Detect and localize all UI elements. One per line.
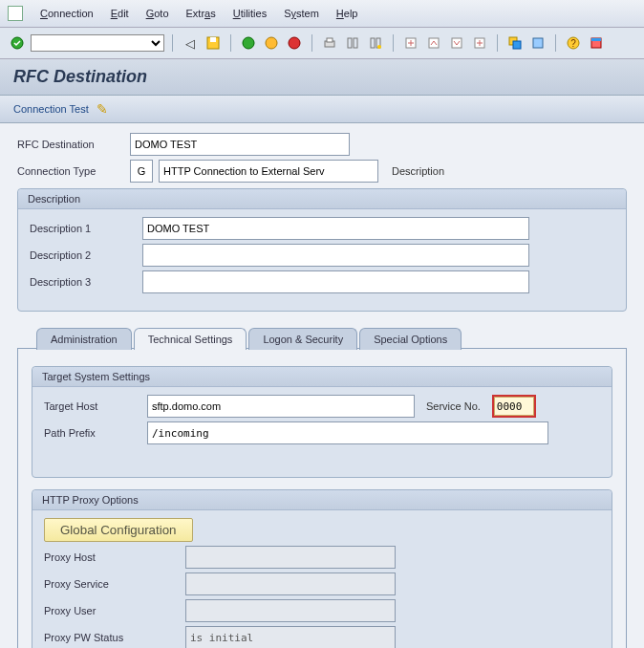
rfc-destination-label: RFC Destination: [17, 139, 130, 150]
description3-label: Description 3: [30, 276, 142, 288]
proxy-host-label: Proxy Host: [44, 551, 185, 563]
target-system-title: Target System Settings: [32, 367, 612, 387]
menu-edit[interactable]: Edit: [111, 8, 129, 19]
find-icon[interactable]: [343, 33, 362, 53]
description2-label: Description 2: [30, 249, 142, 261]
first-page-icon[interactable]: [401, 33, 420, 53]
page-title: RFC Destination: [13, 67, 631, 87]
svg-rect-19: [533, 38, 543, 48]
wizard-icon[interactable]: ✎: [97, 101, 108, 117]
proxy-host-input: [185, 546, 396, 569]
svg-rect-7: [327, 38, 333, 42]
description3-input[interactable]: [142, 270, 529, 293]
new-session-icon[interactable]: [505, 33, 525, 53]
service-no-label: Service No.: [426, 400, 481, 412]
proxy-service-label: Proxy Service: [44, 578, 185, 590]
svg-rect-14: [429, 38, 439, 48]
description2-input[interactable]: [142, 244, 529, 267]
find-next-icon[interactable]: [366, 33, 385, 53]
service-no-input[interactable]: [494, 397, 534, 416]
description1-input[interactable]: [142, 217, 529, 240]
prev-page-icon[interactable]: [424, 33, 443, 53]
app-icon[interactable]: [8, 6, 23, 21]
svg-point-3: [243, 37, 254, 49]
rfc-destination-input[interactable]: [130, 133, 350, 156]
back-icon[interactable]: ◁: [181, 33, 200, 53]
svg-rect-8: [348, 38, 352, 48]
nav-cancel-icon[interactable]: [285, 33, 304, 53]
layout-icon[interactable]: [587, 33, 606, 53]
content-area: RFC Destination Connection Type Descript…: [0, 123, 644, 648]
shortcut-icon[interactable]: [528, 33, 547, 53]
global-configuration-button[interactable]: Global Configuration: [44, 518, 193, 542]
print-icon[interactable]: [320, 33, 339, 53]
svg-rect-18: [513, 41, 521, 49]
svg-point-12: [377, 45, 381, 49]
sub-toolbar: Connection Test ✎: [0, 96, 644, 123]
svg-point-4: [266, 37, 277, 49]
tab-special-options[interactable]: Special Options: [359, 328, 462, 350]
tab-panel-technical: Target System Settings Target Host Servi…: [17, 348, 627, 648]
nav-back-icon[interactable]: [239, 33, 258, 53]
proxy-user-input: [185, 599, 396, 622]
proxy-pw-status-label: Proxy PW Status: [44, 632, 185, 643]
proxy-service-input: [185, 572, 396, 595]
last-page-icon[interactable]: [470, 33, 489, 53]
menu-goto[interactable]: Goto: [146, 8, 169, 19]
http-proxy-group: HTTP Proxy Options Global Configuration …: [32, 489, 612, 648]
tab-administration[interactable]: Administration: [36, 328, 132, 350]
svg-rect-15: [452, 38, 462, 48]
target-system-group: Target System Settings Target Host Servi…: [32, 366, 612, 478]
svg-rect-10: [371, 38, 375, 48]
description-label: Description: [392, 165, 444, 177]
enter-icon[interactable]: [8, 33, 27, 53]
description-group-title: Description: [18, 189, 626, 209]
svg-text:?: ?: [570, 38, 576, 49]
menu-connection[interactable]: Connection: [40, 8, 94, 19]
proxy-pw-status-input: [185, 626, 396, 648]
help-icon[interactable]: ?: [564, 33, 583, 53]
command-field[interactable]: [31, 34, 164, 52]
description1-label: Description 1: [30, 223, 142, 234]
svg-point-5: [289, 37, 300, 49]
title-bar: RFC Destination: [0, 59, 644, 96]
target-host-label: Target Host: [44, 400, 147, 412]
service-no-required-frame: [492, 395, 536, 418]
svg-rect-23: [591, 38, 601, 41]
proxy-user-label: Proxy User: [44, 605, 185, 616]
svg-rect-9: [354, 38, 357, 48]
connection-type-code-input[interactable]: [130, 160, 153, 183]
save-icon[interactable]: [204, 33, 223, 53]
tab-logon-security[interactable]: Logon & Security: [248, 328, 357, 350]
application-toolbar: ◁ ?: [0, 28, 644, 59]
tab-container: Administration Technical Settings Logon …: [17, 327, 627, 648]
svg-rect-2: [210, 37, 216, 42]
path-prefix-input[interactable]: [147, 421, 548, 444]
menu-bar: Connection Edit Goto Extras Utilities Sy…: [0, 0, 644, 28]
menu-system[interactable]: System: [284, 8, 319, 19]
target-host-input[interactable]: [147, 395, 415, 418]
connection-test-link[interactable]: Connection Test: [13, 103, 89, 115]
menu-extras[interactable]: Extras: [186, 8, 216, 19]
menu-utilities[interactable]: Utilities: [233, 8, 267, 19]
http-proxy-title: HTTP Proxy Options: [32, 490, 612, 510]
menu-help[interactable]: Help: [336, 8, 358, 19]
next-page-icon[interactable]: [447, 33, 466, 53]
path-prefix-label: Path Prefix: [44, 427, 147, 439]
nav-exit-icon[interactable]: [262, 33, 281, 53]
connection-type-text-input[interactable]: [159, 160, 378, 183]
tab-technical-settings[interactable]: Technical Settings: [134, 328, 247, 350]
connection-type-label: Connection Type: [17, 165, 130, 177]
description-group: Description Description 1 Description 2 …: [17, 188, 627, 312]
